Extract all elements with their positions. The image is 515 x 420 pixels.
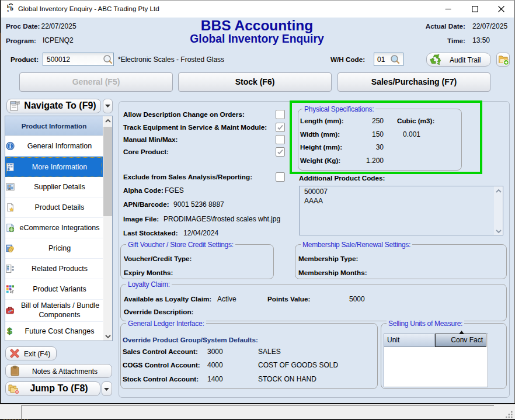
svg-text:s: s [7, 8, 9, 12]
svg-text:$: $ [7, 327, 12, 335]
svg-text:b: b [11, 6, 13, 12]
